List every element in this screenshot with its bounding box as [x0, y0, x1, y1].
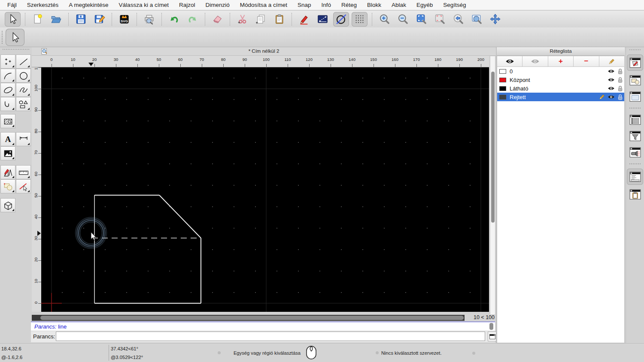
- dock-widgets-strip: [626, 47, 644, 343]
- layer-lock-icon[interactable]: [617, 68, 623, 74]
- layer-row-l-that-[interactable]: Látható: [497, 84, 624, 93]
- command-history-scrollbar[interactable]: [489, 323, 493, 330]
- hide-all-layers-button[interactable]: [522, 56, 548, 67]
- layer-row-0[interactable]: 0: [497, 67, 624, 75]
- select-region-tool[interactable]: [0, 179, 15, 193]
- zoom-selected-button[interactable]: [432, 12, 448, 27]
- draw-line-tool[interactable]: [16, 54, 31, 69]
- layer-color-swatch[interactable]: [499, 86, 506, 91]
- zoom-in-button[interactable]: [377, 12, 392, 27]
- save-button[interactable]: [73, 12, 89, 27]
- layer-visibility-icon[interactable]: [608, 77, 615, 82]
- layer-lock-icon[interactable]: [617, 85, 623, 91]
- insert-image-tool[interactable]: [0, 146, 15, 160]
- menu-dimenzi-[interactable]: Dimenzió: [205, 2, 229, 8]
- palette-drag-handle[interactable]: [3, 49, 29, 52]
- draw-circle-tool[interactable]: [16, 69, 31, 83]
- draw-hatch-tool[interactable]: [0, 114, 15, 128]
- zoom-pan-button[interactable]: [487, 12, 503, 27]
- draw-arc-tool[interactable]: [0, 69, 15, 83]
- drawing-canvas[interactable]: [41, 67, 489, 312]
- draw-spline-tool[interactable]: [16, 83, 31, 97]
- vertical-scrollbar-thumb[interactable]: [491, 72, 495, 223]
- draw-hatch-icon: [3, 116, 14, 127]
- open-file-button[interactable]: [48, 12, 64, 27]
- measure-ruler-tool[interactable]: [16, 165, 31, 179]
- layer-row-k-zpont[interactable]: Központ: [497, 75, 624, 84]
- menu-v-lassza-ki-a-c-met[interactable]: Válassza ki a címet: [119, 2, 169, 8]
- edit-layer-button[interactable]: [599, 56, 625, 67]
- undo-button[interactable]: [166, 12, 182, 27]
- layer-lock-icon[interactable]: [617, 94, 623, 100]
- clipboard-panel-toggle-button[interactable]: [628, 187, 642, 201]
- remove-layer-button[interactable]: −: [574, 56, 599, 67]
- grid-toggle-button[interactable]: [352, 12, 368, 27]
- draw-dimension-tool[interactable]: [16, 132, 31, 146]
- block-list-panel-toggle-button[interactable]: [628, 73, 642, 87]
- menu-egy-b[interactable]: Egyéb: [416, 2, 433, 8]
- light-panel-toggle-button[interactable]: [628, 145, 642, 159]
- new-document-button[interactable]: [30, 12, 46, 27]
- menu-f-jl[interactable]: Fájl: [7, 2, 17, 8]
- layer-visibility-icon[interactable]: [608, 94, 615, 100]
- layer-list-panel-toggle-button[interactable]: [627, 54, 643, 71]
- select-tool-button[interactable]: [6, 29, 24, 46]
- svg-export-button[interactable]: SVG: [116, 12, 132, 27]
- draw-polygon-tool[interactable]: [16, 97, 31, 111]
- redo-button[interactable]: [185, 12, 200, 27]
- views-panel-toggle-button[interactable]: [628, 113, 642, 127]
- draw-polyline-tool[interactable]: [0, 97, 15, 111]
- dimension-button[interactable]: [315, 12, 331, 27]
- menu-r-teg[interactable]: Réteg: [341, 2, 357, 8]
- eraser-button[interactable]: [210, 12, 225, 27]
- vertical-scrollbar[interactable]: [490, 56, 495, 315]
- draw-polygon-icon: [18, 99, 29, 109]
- modify-tools-tool[interactable]: [0, 165, 15, 179]
- draw-text-tool[interactable]: A: [0, 132, 15, 146]
- draft-mode-button[interactable]: [333, 12, 349, 27]
- layer-color-swatch[interactable]: [499, 95, 506, 100]
- print-preview-button[interactable]: [141, 12, 157, 27]
- edit-layer-icon[interactable]: [599, 94, 605, 100]
- show-all-layers-button[interactable]: [497, 56, 522, 67]
- command-panel-toggle-button[interactable]: [627, 169, 643, 185]
- layer-visibility-icon[interactable]: [608, 69, 615, 74]
- layer-row-rejtett[interactable]: Rejtett: [497, 93, 624, 101]
- menu-a-megtekint-se[interactable]: A megtekintése: [69, 2, 108, 8]
- cut-button[interactable]: [234, 12, 250, 27]
- library-panel-toggle-button[interactable]: [628, 90, 642, 103]
- zoom-previous-button[interactable]: [450, 12, 466, 27]
- draw-ellipse-tool[interactable]: [0, 83, 15, 97]
- toolbar-separator: [137, 13, 137, 26]
- horizontal-scrollbar[interactable]: [32, 315, 465, 321]
- menu-snap[interactable]: Snap: [298, 2, 311, 8]
- menu-rajzol[interactable]: Rajzol: [179, 2, 195, 8]
- strip-drag-handle[interactable]: [629, 49, 641, 52]
- draw-points-tool[interactable]: [0, 54, 15, 69]
- command-input[interactable]: [56, 332, 485, 341]
- menu-seg-ts-g[interactable]: Segítség: [443, 2, 466, 8]
- layer-color-swatch[interactable]: [499, 78, 506, 82]
- isometric-box-tool[interactable]: [0, 198, 15, 212]
- layer-visibility-icon[interactable]: [608, 86, 615, 91]
- toolbar-drag-handle[interactable]: [2, 31, 5, 44]
- menu-szerkeszt-s[interactable]: Szerkesztés: [27, 2, 59, 8]
- zoom-out-button[interactable]: [395, 12, 411, 27]
- paste-button[interactable]: [271, 12, 287, 27]
- save-as-button[interactable]: [91, 12, 107, 27]
- horizontal-scrollbar-thumb[interactable]: [40, 316, 464, 320]
- copy-button[interactable]: [253, 12, 269, 27]
- menu-inf-[interactable]: Infó: [322, 2, 331, 8]
- zoom-auto-button[interactable]: [413, 12, 429, 27]
- layer-lock-icon[interactable]: [617, 77, 623, 83]
- filter-panel-toggle-button[interactable]: [628, 129, 642, 143]
- zoom-window-button[interactable]: [469, 12, 485, 27]
- menu-m-dos-tsa-a-c-met[interactable]: Módosítsa a címet: [240, 2, 287, 8]
- draw-pencil-button[interactable]: [296, 12, 312, 27]
- delete-entity-tool[interactable]: [16, 179, 31, 193]
- layer-color-swatch[interactable]: [499, 69, 506, 74]
- menu-ablak[interactable]: Ablak: [392, 2, 406, 8]
- menu-blokk[interactable]: Blokk: [367, 2, 381, 8]
- select-cursor-button[interactable]: [5, 12, 21, 27]
- add-layer-button[interactable]: +: [548, 56, 574, 67]
